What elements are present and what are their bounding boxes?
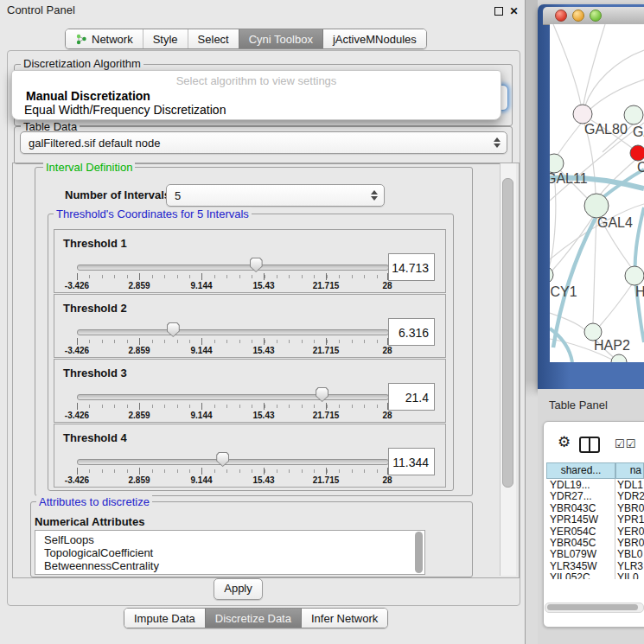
- tab-jactivemnodules[interactable]: jActiveMNodules: [322, 29, 426, 48]
- minimize-traffic-light[interactable]: [572, 10, 584, 22]
- panel-divider[interactable]: [526, 0, 538, 644]
- node-label: GAL4: [597, 215, 633, 230]
- tab-infer-network[interactable]: Infer Network: [301, 609, 387, 628]
- threshold-2-slider-track[interactable]: [77, 329, 389, 335]
- discretization-algorithm-group-title: Discretization Algorithm: [21, 57, 143, 70]
- select-columns-checkboxes-icon[interactable]: ☑☑: [615, 437, 636, 450]
- threshold-1-value-field[interactable]: 14.713: [388, 253, 435, 281]
- number-of-intervals-value: 5: [167, 189, 370, 202]
- attributes-group-title: Attributes to discretize: [36, 495, 152, 508]
- node-bottom[interactable]: [611, 354, 627, 362]
- node-label: GCY1: [550, 284, 577, 299]
- threshold-3-slider-thumb[interactable]: [316, 387, 328, 402]
- table-row[interactable]: YBL079WYBL0: [546, 549, 644, 560]
- node-label: GAL11: [550, 171, 588, 186]
- node-selected-red[interactable]: [630, 145, 644, 161]
- threshold-4-panel: Threshold 4 -3.426 2.859 9.144 15.43 21.…: [54, 424, 446, 488]
- table-row[interactable]: YBR045CYBR0: [546, 538, 644, 549]
- control-panel: Control Panel ✕ Network Style Select Cyn…: [0, 0, 526, 644]
- list-scrollbar-thumb[interactable]: [415, 532, 423, 573]
- horizontal-scrollbar-thumb[interactable]: [547, 604, 638, 610]
- numerical-attributes-label: Numerical Attributes: [35, 515, 144, 528]
- table-row[interactable]: YLR345WYLR3: [546, 561, 644, 572]
- tab-discretize-data[interactable]: Discretize Data: [205, 609, 301, 628]
- table-data-combo[interactable]: galFiltered.sif default node: [20, 131, 507, 154]
- table-row[interactable]: YIL052CYIL0: [546, 572, 644, 579]
- node-label: H: [635, 284, 644, 299]
- threshold-3-slider-track[interactable]: [77, 394, 389, 400]
- table-panel-title: Table Panel: [549, 399, 608, 411]
- table-row[interactable]: YDL19...YDL1: [546, 480, 644, 491]
- threshold-4-slider-track[interactable]: [77, 459, 389, 465]
- combo-arrows-icon: [493, 137, 501, 148]
- threshold-3-label: Threshold 3: [63, 367, 127, 379]
- threshold-3-value-field[interactable]: 21.4: [388, 383, 435, 411]
- tab-impute-data[interactable]: Impute Data: [124, 609, 205, 628]
- table-rows: YDL19...YDL1 YDR27...YDR2 YBR043CYBR0 YP…: [546, 480, 644, 579]
- tab-select[interactable]: Select: [188, 29, 239, 48]
- tab-cyni-toolbox[interactable]: Cyni Toolbox: [239, 29, 322, 48]
- threshold-2-label: Threshold 2: [63, 302, 127, 315]
- number-of-intervals-label: Number of Intervals: [65, 188, 170, 201]
- numerical-attributes-list: SelfLoops TopologicalCoefficient Between…: [35, 530, 425, 575]
- cyni-mode-tabs: Impute Data Discretize Data Infer Networ…: [124, 608, 388, 628]
- combo-arrows-icon: [370, 190, 378, 201]
- float-window-icon[interactable]: [493, 6, 504, 17]
- node-label: HAP2: [594, 338, 630, 353]
- network-canvas[interactable]: GAL80 GA C GAL11 GAL4 GCY1 H HAP2: [550, 24, 644, 362]
- close-traffic-light[interactable]: [555, 10, 567, 22]
- threshold-3-panel: Threshold 3 -3.426 2.859 9.144 15.43 21.…: [54, 359, 446, 423]
- threshold-4-slider-thumb[interactable]: [216, 452, 229, 467]
- node-gcy1[interactable]: [550, 266, 553, 284]
- column-header-name[interactable]: na: [615, 462, 644, 479]
- popup-item-equal-width-frequency[interactable]: Equal Width/Frequency Discretization: [12, 103, 508, 117]
- threshold-4-value-field[interactable]: 11.344: [388, 448, 435, 475]
- tab-style[interactable]: Style: [143, 29, 188, 48]
- node-gal11[interactable]: [550, 154, 564, 173]
- threshold-1-panel: Threshold 1 -3.426 2.859 9.144 15.43 21.…: [54, 229, 446, 293]
- column-layout-icon[interactable]: [579, 437, 600, 453]
- threshold-2-ticks: -3.426 2.859 9.144 15.43 21.715 28: [77, 338, 389, 355]
- apply-button[interactable]: Apply: [214, 578, 263, 600]
- network-edges: [550, 24, 644, 360]
- node-label: GAL80: [584, 122, 628, 137]
- threshold-1-slider-thumb[interactable]: [250, 258, 263, 272]
- threshold-2-value-field[interactable]: 6.316: [388, 318, 435, 346]
- zoom-traffic-light[interactable]: [590, 10, 602, 22]
- list-item[interactable]: TopologicalCoefficient: [44, 546, 153, 559]
- number-of-intervals-combo[interactable]: 5: [166, 184, 385, 207]
- popup-item-manual-discretization[interactable]: Manual Discretization: [12, 89, 510, 103]
- node-h[interactable]: [625, 266, 644, 285]
- scrollbar-thumb[interactable]: [502, 178, 513, 488]
- threshold-1-ticks: -3.426 2.859 9.144 15.43 21.715 28: [77, 273, 389, 290]
- control-panel-titlebar: Control Panel ✕: [0, 0, 525, 21]
- column-header-shared[interactable]: shared...: [546, 462, 615, 479]
- list-item[interactable]: BetweennessCentrality: [44, 559, 159, 572]
- close-icon[interactable]: ✕: [508, 6, 520, 17]
- threshold-1-slider-track[interactable]: [77, 265, 389, 271]
- list-item[interactable]: SelfLoops: [44, 533, 94, 546]
- table-row[interactable]: YDR27...YDR2: [546, 491, 644, 502]
- control-panel-tabs: Network Style Select Cyni Toolbox jActiv…: [65, 29, 427, 49]
- tab-network[interactable]: Network: [66, 29, 143, 48]
- table-row[interactable]: YBR043CYBR0: [546, 503, 644, 514]
- network-icon: [75, 33, 87, 45]
- table-row[interactable]: YER054CYER0: [546, 526, 644, 538]
- threshold-4-ticks: -3.426 2.859 9.144 15.43 21.715 28: [77, 468, 389, 485]
- table-row[interactable]: YPR145WYPR1: [546, 514, 644, 526]
- threshold-4-label: Threshold 4: [63, 431, 127, 444]
- threshold-2-slider-thumb[interactable]: [167, 322, 180, 337]
- threshold-1-label: Threshold 1: [63, 237, 127, 250]
- algorithm-dropdown-popup: Select algorithm to view settings Manual…: [11, 70, 501, 120]
- threshold-2-panel: Threshold 2 -3.426 2.859 9.144 15.43 21.…: [54, 294, 446, 358]
- column-separator: [615, 479, 615, 579]
- node-gal4[interactable]: [584, 194, 609, 218]
- panel-title: Control Panel: [7, 3, 75, 16]
- threshold-3-ticks: -3.426 2.859 9.144 15.43 21.715 28: [77, 403, 389, 420]
- network-nodes[interactable]: [550, 105, 644, 362]
- gear-icon[interactable]: ⚙: [558, 433, 571, 451]
- node-label: GA: [633, 124, 644, 139]
- thresholds-group-title: Threshold's Coordinates for 5 Intervals: [54, 207, 252, 220]
- node-label: C: [637, 160, 644, 175]
- node-gal80[interactable]: [573, 105, 592, 124]
